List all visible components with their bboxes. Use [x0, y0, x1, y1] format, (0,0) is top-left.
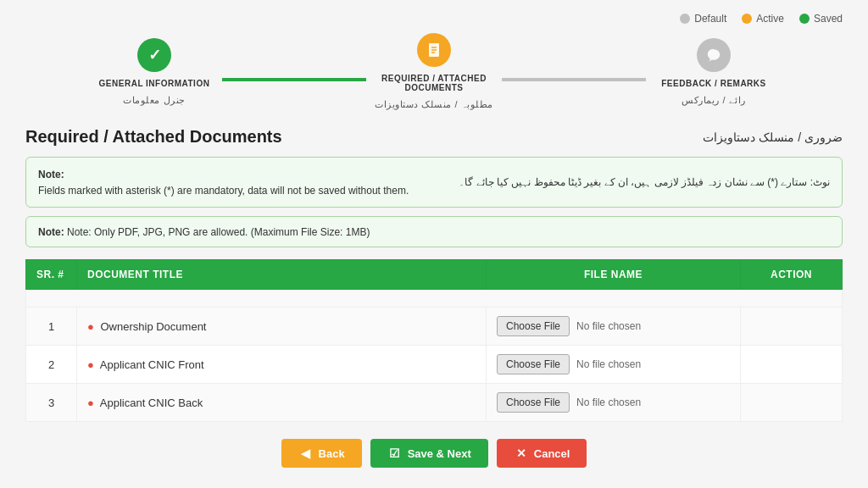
file-note-content: Note: Only PDF, JPG, PNG are allowed. (M… — [67, 226, 370, 238]
connector-2 — [502, 78, 646, 81]
row2-choose-file-btn[interactable]: Choose File — [497, 354, 570, 374]
row1-sr: 1 — [26, 308, 77, 346]
col-file: FILE NAME — [487, 260, 741, 290]
page-title-urdu: ضروری / منسلک دستاویزات — [703, 130, 843, 144]
row1-title: ● Ownership Document — [77, 308, 487, 346]
step-circle-documents — [417, 33, 451, 67]
stepper: ✓ GENERAL INFORMATION جنرل معلومات REQUI… — [25, 33, 843, 110]
table-row: 3 ● Applicant CNIC Back Choose File No f… — [26, 384, 843, 422]
row1-title-text: Ownership Document — [100, 320, 206, 333]
file-note-text: Note: Note: Only PDF, JPG, PNG are allow… — [38, 226, 370, 238]
page-wrapper: Default Active Saved ✓ GENERAL INFORMATI… — [0, 0, 868, 488]
legend-default: Default — [680, 13, 726, 25]
saved-label: Saved — [814, 13, 843, 25]
step-label-general: GENERAL INFORMATION — [99, 79, 210, 88]
row2-file-no-chosen: No file chosen — [576, 358, 641, 370]
step-feedback: FEEDBACK / REMARKS رائے / ریمارکس — [646, 38, 782, 106]
row1-action — [741, 308, 843, 346]
bottom-bar: ◀ Back ☑ Save & Next ✕ Cancel — [25, 439, 843, 468]
row2-sr: 2 — [26, 346, 77, 384]
step-circle-general: ✓ — [137, 38, 171, 72]
back-icon: ◀ — [298, 446, 314, 461]
step-label-feedback: FEEDBACK / REMARKS — [661, 79, 765, 88]
table-header-row: SR. # DOCUMENT TITLE FILE NAME ACTION — [26, 260, 843, 290]
required-indicator-3: ● — [87, 396, 94, 409]
row2-action — [741, 346, 843, 384]
row3-title-text: Applicant CNIC Back — [100, 396, 203, 409]
col-action: ACTION — [741, 260, 843, 290]
default-dot — [680, 14, 690, 24]
mandatory-note-text: Fields marked with asterisk (*) are mand… — [38, 185, 409, 197]
table-row: 2 ● Applicant CNIC Front Choose File No … — [26, 346, 843, 384]
cancel-icon: ✕ — [514, 446, 529, 461]
row3-file-wrapper: Choose File No file chosen — [497, 392, 730, 413]
row3-title: ● Applicant CNIC Back — [77, 384, 487, 422]
row1-choose-file-btn[interactable]: Choose File — [497, 316, 570, 336]
title-row: Required / Attached Documents ضروری / من… — [25, 127, 843, 147]
step-circle-feedback — [697, 38, 731, 72]
mandatory-note-box: Note: Fields marked with asterisk (*) ar… — [25, 157, 843, 208]
cancel-label: Cancel — [534, 447, 570, 460]
stepper-row: ✓ GENERAL INFORMATION جنرل معلومات REQUI… — [86, 33, 782, 110]
col-title: DOCUMENT TITLE — [77, 260, 487, 290]
row2-title: ● Applicant CNIC Front — [77, 346, 487, 384]
legend: Default Active Saved — [25, 13, 843, 25]
step-label-urdu-documents: مطلوبہ / منسلک دستاویزات — [375, 99, 492, 110]
step-documents: REQUIRED / ATTACHED DOCUMENTS مطلوبہ / م… — [366, 33, 502, 110]
connector-1 — [222, 78, 366, 81]
documents-table: SR. # DOCUMENT TITLE FILE NAME ACTION 1 … — [25, 259, 843, 422]
step-label-urdu-general: جنرل معلومات — [123, 95, 185, 106]
row2-title-text: Applicant CNIC Front — [100, 358, 204, 371]
row1-file-cell: Choose File No file chosen — [487, 308, 741, 346]
file-note-box: Note: Note: Only PDF, JPG, PNG are allow… — [25, 216, 843, 247]
row2-file-cell: Choose File No file chosen — [487, 346, 741, 384]
default-label: Default — [694, 13, 726, 25]
col-sr: SR. # — [26, 260, 77, 290]
row3-file-no-chosen: No file chosen — [576, 396, 641, 408]
row3-file-cell: Choose File No file chosen — [487, 384, 741, 422]
row2-file-wrapper: Choose File No file chosen — [497, 354, 730, 374]
active-dot — [742, 14, 752, 24]
cancel-button[interactable]: ✕ Cancel — [497, 439, 587, 468]
legend-active: Active — [742, 13, 784, 25]
mandatory-note-content: Note: Fields marked with asterisk (*) ar… — [38, 166, 409, 198]
row3-choose-file-btn[interactable]: Choose File — [497, 392, 570, 413]
step-label-urdu-feedback: رائے / ریمارکس — [682, 95, 745, 106]
step-general: ✓ GENERAL INFORMATION جنرل معلومات — [86, 38, 222, 106]
page-title: Required / Attached Documents — [25, 127, 282, 147]
table-row: 1 ● Ownership Document Choose File No fi… — [26, 308, 843, 346]
back-label: Back — [319, 447, 345, 460]
saved-dot — [799, 14, 810, 24]
row3-sr: 3 — [26, 384, 77, 422]
mandatory-note-label: Note: — [38, 169, 64, 180]
required-indicator-1: ● — [87, 320, 94, 333]
row1-file-no-chosen: No file chosen — [576, 320, 641, 332]
required-indicator-2: ● — [87, 358, 94, 371]
back-button[interactable]: ◀ Back — [281, 439, 362, 468]
step-label-documents: REQUIRED / ATTACHED DOCUMENTS — [366, 74, 502, 92]
row3-action — [741, 384, 843, 422]
mandatory-note-urdu: نوٹ: ستارے (*) سے نشان زدہ فیلڈز لازمی ہ… — [459, 176, 830, 188]
save-next-label: Save & Next — [408, 447, 471, 460]
save-icon: ☑ — [387, 446, 403, 461]
active-label: Active — [756, 13, 784, 25]
legend-saved: Saved — [799, 13, 843, 25]
row1-file-wrapper: Choose File No file chosen — [497, 316, 730, 336]
empty-row — [26, 290, 843, 308]
save-next-button[interactable]: ☑ Save & Next — [370, 439, 488, 468]
